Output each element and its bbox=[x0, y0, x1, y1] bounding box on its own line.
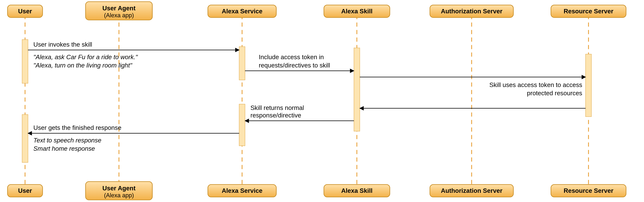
participant-user-agent-top-sub: (Alexa app) bbox=[104, 12, 134, 19]
msg-include-token-l1: Include access token in bbox=[259, 54, 324, 61]
participant-alexa-service-bottom: Alexa Service bbox=[208, 185, 276, 197]
participant-user-agent-bottom-label: User Agent bbox=[102, 185, 136, 192]
participant-auth-server-top-label: Authorization Server bbox=[441, 8, 502, 15]
participant-user-agent-top-label: User Agent bbox=[102, 5, 136, 12]
msg-user-invokes-quote2: "Alexa, turn on the living room light" bbox=[33, 62, 132, 69]
msg-skill-returns-l1: Skill returns normal bbox=[250, 104, 304, 111]
msg-finished-resp-s1: Text to speech response bbox=[33, 137, 101, 144]
participant-alexa-service-top-label: Alexa Service bbox=[222, 8, 262, 15]
participant-resource-server-top: Resource Server bbox=[551, 5, 626, 17]
msg-user-invokes: User invokes the skill bbox=[33, 41, 92, 48]
participant-auth-server-top: Authorization Server bbox=[430, 5, 513, 17]
msg-skill-returns-l2: response/directive bbox=[250, 112, 301, 119]
participant-resource-server-bottom: Resource Server bbox=[551, 185, 626, 197]
msg-include-token-l2: requests/directives to skill bbox=[259, 62, 330, 69]
participant-user-agent-bottom-sub: (Alexa app) bbox=[104, 192, 134, 199]
participant-alexa-skill-bottom-label: Alexa Skill bbox=[341, 187, 372, 194]
sequence-diagram: User invokes the skill "Alexa, ask Car F… bbox=[0, 0, 644, 202]
participant-alexa-service-top: Alexa Service bbox=[208, 5, 276, 17]
activation-alexa-service-1 bbox=[239, 47, 245, 80]
participant-resource-server-bottom-label: Resource Server bbox=[564, 187, 613, 194]
participant-user-top: User bbox=[8, 5, 42, 17]
msg-finished-resp: User gets the finished response bbox=[33, 124, 121, 131]
activation-user-1 bbox=[22, 40, 28, 84]
participant-user-top-label: User bbox=[18, 8, 32, 15]
participant-user-bottom: User bbox=[8, 185, 42, 197]
participant-resource-server-top-label: Resource Server bbox=[564, 8, 613, 15]
participant-user-bottom-label: User bbox=[18, 187, 32, 194]
participant-alexa-skill-top: Alexa Skill bbox=[324, 5, 390, 17]
participant-user-agent-top: User Agent (Alexa app) bbox=[86, 2, 152, 20]
activation-alexa-service-2 bbox=[239, 104, 245, 146]
participant-alexa-skill-top-label: Alexa Skill bbox=[341, 8, 372, 15]
activation-user-2 bbox=[22, 115, 28, 163]
msg-access-token-l1: Skill uses access token to access bbox=[490, 81, 582, 88]
msg-user-invokes-quote1: "Alexa, ask Car Fu for a ride to work." bbox=[33, 54, 138, 61]
participant-auth-server-bottom-label: Authorization Server bbox=[441, 187, 502, 194]
msg-finished-resp-s2: Smart home response bbox=[33, 145, 95, 152]
participant-alexa-skill-bottom: Alexa Skill bbox=[324, 185, 390, 197]
participant-alexa-service-bottom-label: Alexa Service bbox=[222, 187, 262, 194]
msg-access-token-l2: protected resources bbox=[527, 90, 582, 97]
participant-auth-server-bottom: Authorization Server bbox=[430, 185, 513, 197]
activation-resource-srv-1 bbox=[586, 54, 592, 116]
participant-user-agent-bottom: User Agent (Alexa app) bbox=[86, 182, 152, 200]
activation-alexa-skill-1 bbox=[354, 48, 360, 131]
